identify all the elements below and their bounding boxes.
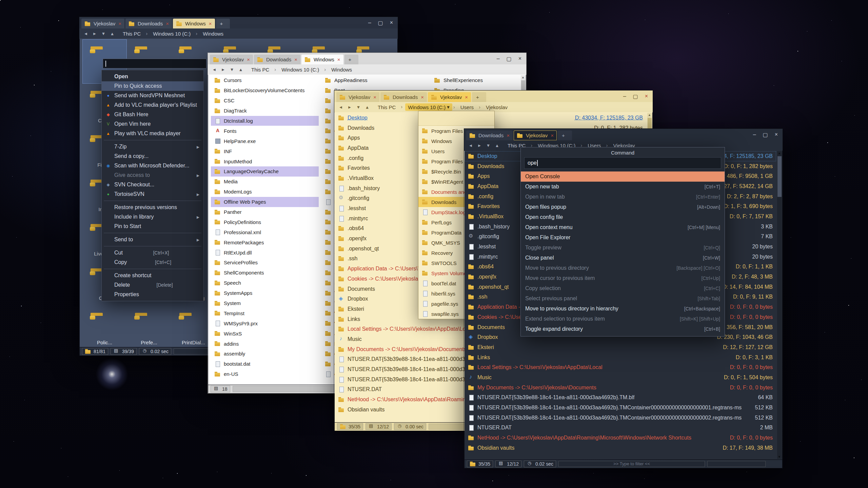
tab-close-icon[interactable]: ×: [337, 57, 340, 62]
titlebar[interactable]: Vjekoslav × Downloads × Windows × +: [79, 17, 398, 28]
palette-item[interactable]: Move to previous directory [Backspace] […: [521, 263, 725, 273]
palette-item[interactable]: Extend selection to previous item [Shift…: [521, 314, 725, 324]
file-row[interactable]: ShellComponents: [211, 268, 319, 278]
file-row[interactable]: Music D: 0, F: 1, 504 bytes: [465, 372, 776, 383]
file-row[interactable]: en-US: [211, 369, 319, 379]
breadcrumb-item[interactable]: Users: [458, 104, 478, 111]
context-menu-item[interactable]: ◆ Git Bash Here: [102, 110, 203, 119]
tab[interactable]: Downloads ×: [254, 55, 300, 64]
palette-item[interactable]: Open files popup [Alt+Down]: [521, 202, 725, 212]
file-row[interactable]: NTUSER.DAT 2 MB: [465, 423, 776, 433]
palette-item[interactable]: Open context menu [Ctrl+M] [Menu]: [521, 222, 725, 232]
minimize-button[interactable]: –: [497, 56, 500, 62]
file-row[interactable]: NTUSER.DAT{53b39e88-18c4-11ea-a811-000d3…: [465, 393, 776, 403]
forward-icon[interactable]: ▸: [476, 142, 482, 148]
file-row[interactable]: InputMethod: [211, 156, 319, 166]
context-menu-item[interactable]: Include in library ▸: [102, 212, 203, 222]
file-row[interactable]: NTUSER.DAT{53b39e88-18c4-11ea-a811-000d3…: [465, 413, 776, 423]
file-row[interactable]: My Documents -> C:\Users\Vjekoslav\Docum…: [465, 383, 776, 393]
file-row[interactable]: Obsidian vaults D: 17, F: 149, 38 MB: [465, 443, 776, 453]
up-icon[interactable]: ▴: [238, 66, 244, 73]
up-icon[interactable]: ▴: [364, 104, 370, 110]
context-menu-item[interactable]: Send a copy...: [102, 151, 203, 161]
tab-close-icon[interactable]: ×: [294, 57, 297, 62]
tab-close-icon[interactable]: ×: [421, 94, 424, 100]
context-menu-item[interactable]: [102, 199, 203, 203]
file-row[interactable]: BitLockerDiscoveryVolumeContents: [211, 85, 319, 96]
tab-close-icon[interactable]: ×: [465, 94, 468, 100]
breadcrumb-item[interactable]: Windows 10 (C:) ▾: [405, 103, 452, 111]
file-row[interactable]: HelpPane.exe: [211, 136, 319, 146]
back-icon[interactable]: ◂: [338, 104, 344, 110]
close-button[interactable]: ×: [518, 56, 521, 62]
menu-icon[interactable]: ▾: [485, 142, 491, 148]
close-button[interactable]: ×: [645, 93, 648, 99]
file-row[interactable]: SystemApps: [211, 288, 319, 298]
minimize-button[interactable]: –: [368, 20, 371, 26]
tab[interactable]: +: [472, 92, 486, 102]
file-row[interactable]: WMSysPr9.prx: [211, 318, 319, 328]
back-icon[interactable]: ◂: [83, 30, 89, 37]
context-menu-item[interactable]: Copy [Ctrl+C]: [102, 258, 203, 267]
file-row[interactable]: Fonts: [211, 126, 319, 136]
file-row[interactable]: TempInst: [211, 308, 319, 318]
tab[interactable]: Vjekoslav ×: [81, 19, 124, 28]
context-menu-item[interactable]: [102, 231, 203, 235]
minimize-button[interactable]: –: [753, 131, 756, 138]
tab[interactable]: Vjekoslav ×: [336, 92, 379, 102]
maximize-button[interactable]: ▢: [507, 56, 512, 62]
tab[interactable]: +: [344, 55, 359, 64]
file-row[interactable]: Media: [211, 177, 319, 187]
menu-icon[interactable]: ▾: [355, 104, 361, 110]
breadcrumb-item[interactable]: This PC: [375, 104, 400, 111]
context-menu-item[interactable]: ◉ Scan with Microsoft Defender...: [102, 161, 203, 170]
palette-item[interactable]: Copy selection [Ctrl+C]: [521, 283, 725, 293]
breadcrumb-item[interactable]: Windows 10 (C:): [279, 66, 323, 73]
menu-icon[interactable]: ▾: [100, 30, 106, 37]
tab[interactable]: Downloads ×: [466, 130, 513, 140]
context-menu-item[interactable]: ◈ SVN Checkout...: [102, 180, 203, 189]
file-row[interactable]: Offline Web Pages: [211, 197, 319, 207]
tab[interactable]: +: [558, 130, 572, 140]
context-menu-item[interactable]: Pin to Start: [102, 222, 203, 231]
tab-close-icon[interactable]: ×: [166, 21, 169, 26]
context-menu-item[interactable]: ▲ Add to VLC media player's Playlist: [102, 100, 203, 110]
context-menu-item[interactable]: Send to ▸: [102, 235, 203, 244]
forward-icon[interactable]: ▸: [347, 104, 353, 110]
file-row[interactable]: Links D: 0, F: 3, 1 KB: [465, 352, 776, 363]
palette-item[interactable]: Open File Explorer: [521, 232, 725, 243]
grid-item[interactable]: Polic...: [82, 306, 127, 347]
breadcrumb-item[interactable]: This PC: [249, 66, 273, 73]
breadcrumb-item[interactable]: This PC: [120, 30, 145, 37]
palette-item[interactable]: Open new tab [Ctrl+T]: [521, 182, 725, 192]
palette-item[interactable]: Toggle expand directory [Ctrl+B]: [521, 324, 725, 334]
file-row[interactable]: ShellExperiences: [431, 75, 526, 85]
scrollbar-thumb[interactable]: [777, 156, 782, 197]
tab-close-icon[interactable]: ×: [209, 21, 212, 26]
context-menu-item[interactable]: [102, 267, 203, 271]
context-menu-item[interactable]: Restore previous versions: [102, 203, 203, 212]
file-row[interactable]: assembly: [211, 349, 319, 359]
type-to-filter-box[interactable]: >> Type to filter <<: [558, 461, 705, 467]
file-row[interactable]: PolicyDefinitions: [211, 217, 319, 227]
up-icon[interactable]: ▴: [494, 142, 500, 148]
palette-item[interactable]: Close panel [Ctrl+W]: [521, 253, 725, 263]
file-row[interactable]: Local Settings -> C:\Users\Vjekoslav\App…: [465, 362, 776, 372]
context-menu-item[interactable]: Open: [102, 72, 203, 81]
palette-item[interactable]: Move to previous directory in hierarchy …: [521, 304, 725, 314]
menu-icon[interactable]: ▾: [229, 66, 235, 73]
file-row[interactable]: Eksteri D: 12, F: 127, 12 GB: [465, 342, 776, 352]
palette-item[interactable]: Toggle preview [Ctrl+Q]: [521, 243, 725, 253]
maximize-button[interactable]: ▢: [763, 131, 768, 138]
breadcrumb-item[interactable]: Windows 10 (C:): [150, 30, 195, 37]
popup-filter-box[interactable]: [418, 111, 494, 126]
context-menu-item[interactable]: Create shortcut: [102, 271, 203, 280]
close-button[interactable]: ×: [390, 20, 393, 26]
file-row[interactable]: AppReadiness: [321, 75, 429, 85]
close-button[interactable]: ×: [775, 131, 778, 138]
minimize-button[interactable]: –: [623, 93, 626, 99]
tab[interactable]: Vjekoslav ×: [428, 92, 471, 102]
context-menu-item[interactable]: Give access to ▸: [102, 170, 203, 180]
file-row[interactable]: Panther: [211, 207, 319, 217]
file-row[interactable]: System: [211, 298, 319, 308]
